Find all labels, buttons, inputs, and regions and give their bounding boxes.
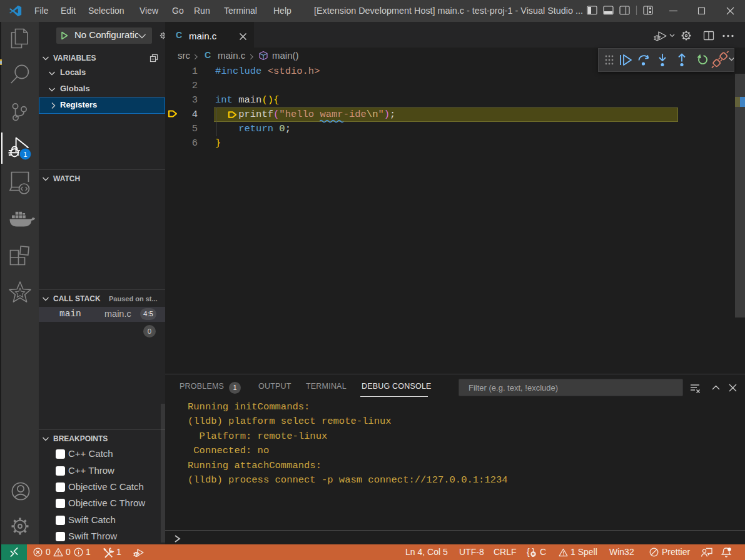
svg-text:1: 1 — [23, 151, 27, 158]
